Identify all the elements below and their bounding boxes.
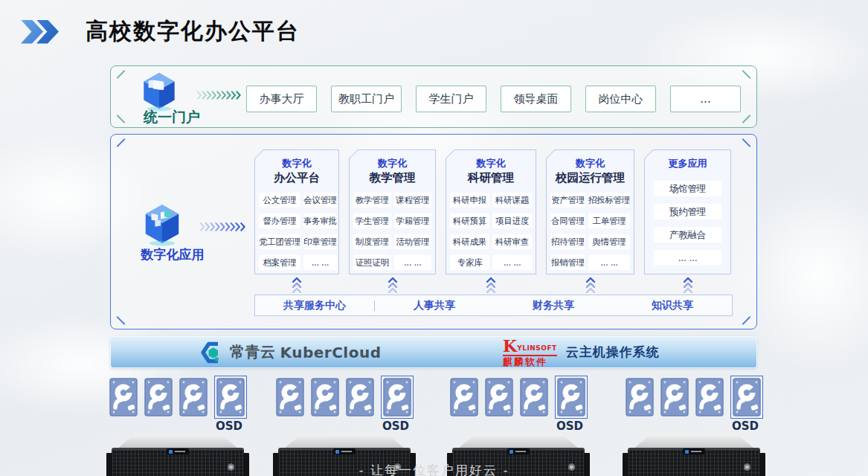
app-chip: ... ... [588,255,630,270]
osd-label: OSD [449,419,588,433]
app-chip: 预约管理 [654,204,721,219]
hdd-icon [557,378,585,416]
app-columns: 数字化 办公平台 公文管理 会议管理 督办管理 事务审批 党工团管理 印章管理 … [254,149,731,274]
app-chip: 活动管理 [394,234,432,249]
hdd-icon [626,378,654,416]
disk-row [626,378,763,419]
hdd-icon [179,378,208,416]
hdd-icon [383,378,411,416]
app-column-teaching: 数字化 教学管理 教学管理 课程管理 学生管理 学籍管理 制度管理 活动管理 证… [349,149,436,274]
app-chip: 合同管理 [550,213,585,228]
app-chip: 制度管理 [353,234,391,249]
app-chip: 产教融合 [654,227,721,242]
column-title: 办公平台 [255,170,338,186]
hdd-icon-highlighted [730,376,763,419]
app-chip: 教学管理 [353,193,391,208]
apps-label: 数字化应用 [124,246,221,263]
server-top [634,434,754,448]
column-title: 更多应用 [645,157,730,169]
app-chip: 档案管理 [259,255,300,270]
app-column-office: 数字化 办公平台 公文管理 会议管理 督办管理 事务审批 党工团管理 印章管理 … [254,149,339,274]
shared-finance: 财务共享 [494,299,613,312]
hdd-icon [520,378,548,416]
flow-arrows-icon [200,222,246,231]
kylin-logo: K YLINSOFT 麒麟软件 [503,338,557,367]
server-brand-led-icon [333,448,356,454]
flow-arrows-icon [197,91,242,100]
app-column-campus-ops: 数字化 校园运行管理 资产管理 招投标管理 合同管理 工单管理 招待管理 舆情管… [546,149,634,274]
app-chip: 招投标管理 [588,193,630,208]
hdd-icon [695,378,724,416]
kylin-brand: K YLINSOFT 麒麟软件 云主机操作系统 [503,337,660,367]
app-chip: ... ... [654,250,721,266]
chevron-up-icon [682,276,694,294]
disk-row [109,378,247,419]
server-top [284,434,405,448]
portal-item-service-hall: 办事大厅 [246,86,317,112]
os-label: 云主机操作系统 [566,344,660,361]
app-chip: 会议管理 [303,193,337,208]
hdd-icon [733,378,761,416]
app-chip: 舆情管理 [588,234,630,249]
column-tag: 数字化 [350,157,435,169]
portal-label: 统一门户 [127,108,216,127]
slide: 高校数字化办公平台 [0,0,868,476]
chevron-up-icon [585,276,597,294]
app-chip: 科研成果 [450,234,489,249]
hdd-icon [311,378,339,416]
corner-tick-icon [116,316,125,325]
disk-row [276,378,414,419]
server-brand-led-icon [683,448,705,454]
cloud-brand-name: 常青云 [230,342,276,362]
hdd-icon [450,378,478,416]
server-top [458,434,579,448]
hdd-icon-highlighted [381,376,414,419]
osd-label: OSD [625,419,763,433]
hdd-icon [144,378,173,416]
hdd-icon [216,378,245,416]
column-title: 教学管理 [350,170,435,186]
portal-item-leader-desktop: 领导桌面 [501,86,571,112]
apps-cube-icon [141,202,184,246]
column-title: 校园运行管理 [547,170,634,186]
app-chip: 督办管理 [259,213,300,228]
app-chip: 证照证明 [353,255,391,270]
app-chip: 报销管理 [550,255,585,270]
kubercloud-logo-icon [200,341,224,364]
upflow-arrows-row [254,276,731,294]
app-chip: 项目进度 [492,213,532,228]
app-chip: 公文管理 [259,193,300,208]
app-column-research: 数字化 科研管理 科研申报 科研课题 科研预算 项目进度 科研成果 科研审查 专… [446,149,536,274]
app-chip: 学籍管理 [394,213,432,228]
page-header: 高校数字化办公平台 [21,16,300,47]
app-chip: 场馆管理 [654,181,721,196]
app-chip: ... ... [394,255,432,270]
shared-knowledge: 知识共享 [613,299,732,312]
portal-item-staff-portal: 教职工门户 [331,86,402,112]
hdd-icon [660,378,689,416]
column-tag: 数字化 [255,157,338,169]
chevron-up-icon [387,276,399,294]
hdd-icon [485,378,513,416]
app-column-more: 更多应用 场馆管理 预约管理 产教融合 ... ... [644,149,731,274]
app-chip: 课程管理 [394,193,432,208]
portal-item-more: ... [670,86,741,112]
osd-label: OSD [109,419,247,433]
kylin-chinese-name: 麒麟软件 [503,357,557,367]
kylin-initial: K [503,338,517,354]
platform-bar: 常青云 KuberCloud K YLINSOFT 麒麟软件 云主机操作系统 [110,336,757,368]
app-chip: ... ... [492,255,532,270]
app-chip: 科研申报 [450,193,489,208]
portal-item-post-center: 岗位中心 [585,86,656,112]
chevron-up-icon [291,276,303,294]
portal-item-student-portal: 学生门户 [416,86,486,112]
kubercloud-brand: 常青云 KuberCloud [200,337,381,367]
shared-service-center: 共享服务中心 [255,299,374,312]
app-chip: 印章管理 [303,234,337,249]
server-brand-led-icon [167,448,189,454]
cloud-product-name: KuberCloud [280,344,382,361]
app-chip: ... ... [303,255,337,270]
app-chip: 招待管理 [550,234,585,249]
shared-hr: 人事共享 [375,299,494,312]
column-title: 科研管理 [446,170,536,186]
